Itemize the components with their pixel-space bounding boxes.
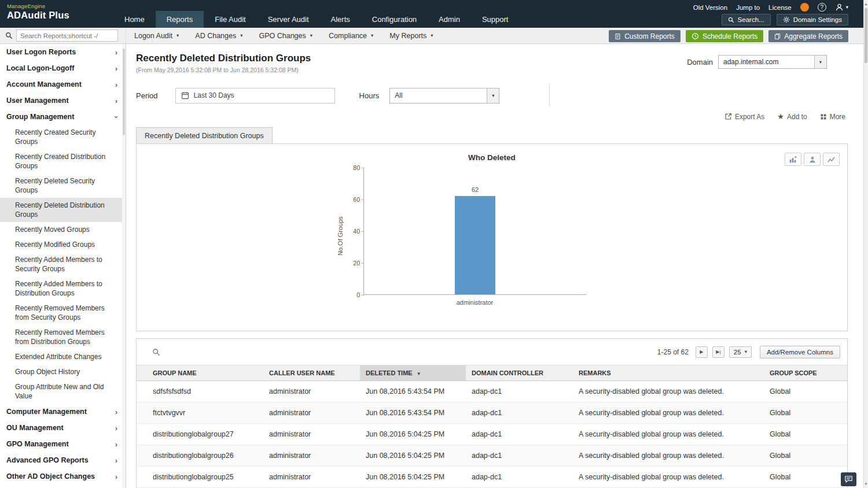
sidebar-item-recently-created-security-groups[interactable]: Recently Created Security Groups [0, 125, 126, 149]
chevron-right-icon: › [115, 441, 117, 448]
chart-type-line-icon[interactable] [823, 153, 840, 166]
menu-label: AD Changes [195, 32, 236, 40]
sidebar-item-account-management[interactable]: Account Management› [0, 76, 126, 93]
chevron-down-icon: ▾ [310, 33, 312, 38]
sidebar-nav: User Logon Reports›Local Logon-Logoff›Ac… [0, 44, 126, 488]
sidebar-item-gpo-management[interactable]: GPO Management› [0, 436, 126, 452]
sidebar-scrollbar-thumb[interactable] [123, 49, 125, 135]
last-page-button[interactable]: ▶| [712, 346, 724, 358]
sidebar-item-extended-attribute-changes[interactable]: Extended Attribute Changes [0, 349, 126, 364]
nav-item-server-audit[interactable]: Server Audit [257, 11, 320, 28]
feedback-chat-button[interactable] [841, 472, 856, 486]
domain-select[interactable]: adap.internal.com ▾ [718, 55, 827, 69]
table-cell: distributionglobalgroup27 [137, 424, 263, 445]
chevron-down-icon: ▾ [431, 33, 433, 38]
table-row[interactable]: distributionglobalgroup25administratorJu… [137, 467, 847, 488]
top-link-license[interactable]: License [768, 4, 792, 11]
sidebar-item-label: Account Management [6, 80, 82, 88]
nav-item-support[interactable]: Support [471, 11, 520, 28]
aggregate-reports-button[interactable]: Aggregate Reports [768, 30, 848, 42]
schedule-reports-button[interactable]: Schedule Reports [686, 30, 763, 42]
table-row[interactable]: sdfsfsfsdfsdadministratorJun 08,2016 5:4… [137, 381, 847, 402]
chevron-down-icon: ▾ [745, 349, 747, 354]
nav-item-configuration[interactable]: Configuration [361, 11, 428, 28]
sidebar-item-other-ad-object-changes[interactable]: Other AD Object Changes› [0, 468, 126, 485]
sidebar-item-recently-moved-groups[interactable]: Recently Moved Groups [0, 222, 126, 237]
hours-select[interactable]: All ▾ [389, 88, 499, 103]
add-remove-columns-button[interactable]: Add/Remove Columns [760, 346, 840, 358]
sidebar-item-recently-deleted-distribution-groups[interactable]: Recently Deleted Distribution Groups [0, 198, 126, 222]
nav-item-admin[interactable]: Admin [428, 11, 471, 28]
sidebar-item-recently-added-members-to-security-groups[interactable]: Recently Added Members to Security Group… [0, 252, 126, 276]
chart-user-filter-icon[interactable] [804, 153, 821, 166]
nav-item-alerts[interactable]: Alerts [320, 11, 361, 28]
page-scrollbar[interactable]: ▲ ▼ [863, 0, 868, 488]
column-header-deleted-time[interactable]: DELETED TIME▼ [360, 365, 466, 381]
menu-ad-changes[interactable]: AD Changes▾ [187, 28, 251, 43]
scrollbar-thumb[interactable] [865, 8, 867, 63]
period-picker[interactable]: Last 30 Days [175, 88, 335, 103]
table-row[interactable]: ftctvtvgvvradministratorJun 08,2016 5:43… [137, 402, 847, 424]
adaudit-plus-app: ManageEngine ADAudit Plus HomeReportsFil… [0, 0, 868, 488]
column-header-group-scope[interactable]: GROUP SCOPE [764, 365, 847, 381]
column-header-caller-user-name[interactable]: CALLER USER NAME [263, 365, 360, 381]
table-search-icon[interactable] [152, 348, 160, 356]
sidebar-item-recently-modified-groups[interactable]: Recently Modified Groups [0, 237, 126, 252]
sidebar-item-local-logon-logoff[interactable]: Local Logon-Logoff› [0, 60, 126, 76]
table-row[interactable]: distributionglobalgroup26administratorJu… [137, 445, 847, 467]
column-header-remarks[interactable]: REMARKS [573, 365, 764, 381]
app-logo[interactable]: ManageEngine ADAudit Plus [0, 0, 113, 28]
sidebar-item-user-management[interactable]: User Management› [0, 93, 126, 109]
custom-reports-button[interactable]: Custom Reports [609, 30, 681, 42]
sidebar-item-recently-added-members-to-distribution-groups[interactable]: Recently Added Members to Distribution G… [0, 276, 126, 301]
user-menu[interactable]: ▾ [835, 3, 848, 12]
table-panel: 1-25 of 62 ▶ ▶| 25 ▾ Add/Remove Columns … [136, 338, 848, 488]
scroll-up-icon[interactable]: ▲ [864, 1, 868, 8]
scroll-down-icon[interactable]: ▼ [864, 480, 868, 487]
tab-recently-deleted-distribution-groups[interactable]: Recently Deleted Distribution Groups [136, 127, 273, 143]
menu-logon-audit[interactable]: Logon Audit▾ [126, 28, 187, 43]
nav-item-file-audit[interactable]: File Audit [204, 11, 256, 28]
nav-item-reports[interactable]: Reports [156, 11, 204, 28]
reports-sidebar: User Logon Reports›Local Logon-Logoff›Ac… [0, 44, 126, 488]
add-to-button[interactable]: ★ Add to [777, 112, 807, 121]
nav-item-home[interactable]: Home [113, 11, 156, 28]
main-nav: HomeReportsFile AuditServer AuditAlertsC… [113, 0, 520, 28]
sidebar-item-group-attribute-new-and-old-value[interactable]: Group Attribute New and Old Value [0, 379, 126, 404]
more-button[interactable]: More [820, 112, 845, 121]
sidebar-item-user-logon-reports[interactable]: User Logon Reports› [0, 44, 126, 60]
sidebar-item-advanced-gpo-reports[interactable]: Advanced GPO Reports› [0, 452, 126, 468]
y-tick-label: 20 [345, 260, 360, 267]
sidebar-item-group-object-history[interactable]: Group Object History [0, 364, 126, 379]
sidebar-item-recently-removed-members-from-distribution-groups[interactable]: Recently Removed Members from Distributi… [0, 325, 126, 349]
report-search-input[interactable] [16, 29, 118, 42]
notification-icon[interactable] [800, 3, 809, 12]
table-row[interactable]: distributionglobalgroup27administratorJu… [137, 424, 847, 445]
export-as-button[interactable]: Export As [724, 112, 764, 121]
global-search-label: Search... [738, 16, 764, 23]
help-icon[interactable]: ? [818, 3, 826, 12]
sidebar-item-recently-removed-members-from-security-groups[interactable]: Recently Removed Members from Security G… [0, 301, 126, 325]
sidebar-item-configuration-auditing[interactable]: Configuration Auditing› [0, 485, 126, 488]
top-link-jump-to[interactable]: Jump to [736, 4, 760, 11]
menu-my-reports[interactable]: My Reports▾ [381, 28, 441, 43]
more-label: More [830, 113, 845, 121]
sidebar-item-recently-created-distribution-groups[interactable]: Recently Created Distribution Groups [0, 149, 126, 173]
sidebar-item-recently-deleted-security-groups[interactable]: Recently Deleted Security Groups [0, 173, 126, 198]
top-link-old-version[interactable]: Old Version [693, 4, 727, 11]
domain-settings-button[interactable]: Domain Settings [777, 14, 848, 25]
column-header-domain-controller[interactable]: DOMAIN CONTROLLER [466, 365, 573, 381]
menu-compliance[interactable]: Compliance▾ [321, 28, 381, 43]
page-size-select[interactable]: 25 ▾ [729, 346, 752, 358]
column-header-group-name[interactable]: GROUP NAME [137, 365, 263, 381]
sidebar-item-ou-management[interactable]: OU Management› [0, 420, 126, 436]
sidebar-item-computer-management[interactable]: Computer Management› [0, 404, 126, 420]
chart-type-bar-icon[interactable] [785, 153, 801, 166]
sidebar-item-group-management[interactable]: Group Management› [0, 109, 126, 125]
table-cell: administrator [263, 445, 360, 467]
global-search-button[interactable]: Search... [722, 14, 771, 25]
chart-bar[interactable] [455, 196, 495, 295]
next-page-button[interactable]: ▶ [696, 346, 708, 358]
menu-gpo-changes[interactable]: GPO Changes▾ [251, 28, 321, 43]
sidebar-scrollbar[interactable] [122, 44, 126, 488]
